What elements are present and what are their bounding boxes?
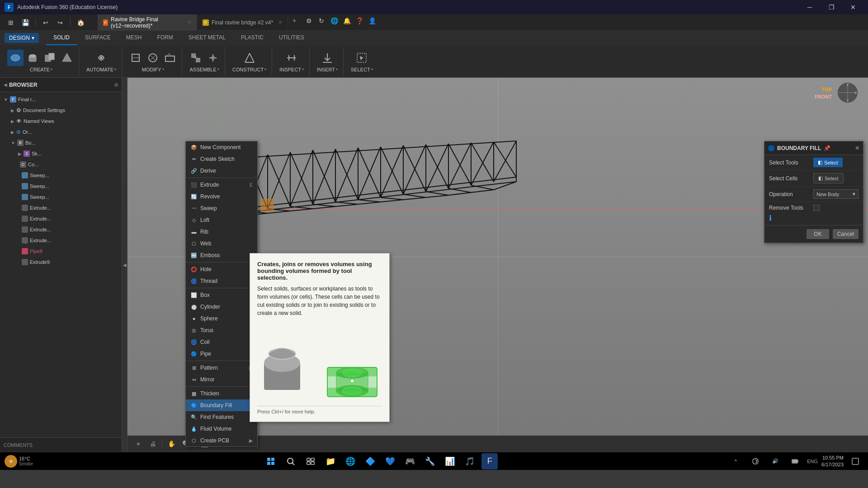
browser-item-extrude9[interactable]: Extrude9: [0, 257, 122, 267]
tab-form[interactable]: FORM: [150, 31, 180, 45]
file-tab-1[interactable]: F Ravine Bridge Final (v12~recovered)* ✕: [98, 14, 197, 31]
clock-display[interactable]: 10:55 PM 6/17/2023: [821, 455, 844, 468]
vp-print-btn[interactable]: 🖨: [146, 437, 159, 450]
collapse-handle[interactable]: ◀: [122, 78, 127, 452]
create-dropdown[interactable]: CREATE ▾: [28, 66, 54, 73]
new-tab-button[interactable]: +: [288, 14, 301, 27]
menu-find-features[interactable]: 🔍 Find Features: [186, 411, 257, 423]
toolbar-shape-1[interactable]: [7, 50, 24, 66]
browser-button[interactable]: 🌐: [328, 14, 340, 27]
menu-sphere[interactable]: ● Sphere: [186, 313, 257, 324]
bf-info-icon[interactable]: ℹ: [769, 214, 772, 222]
menu-rib[interactable]: ▬ Rib: [186, 226, 257, 238]
menu-emboss[interactable]: 🔤 Emboss: [186, 249, 257, 261]
toolbar-modify-3[interactable]: [162, 50, 178, 66]
toolbar-inspect-1[interactable]: [283, 50, 300, 66]
browser-item-extrude1[interactable]: Extrude...: [0, 202, 122, 213]
menu-box[interactable]: ⬜ Box: [186, 289, 257, 301]
refresh-button[interactable]: ↻: [315, 14, 328, 27]
profile-button[interactable]: 👤: [366, 14, 378, 27]
menu-thicken[interactable]: ▦ Thicken: [186, 388, 257, 399]
menu-cylinder[interactable]: ⬤ Cylinder: [186, 301, 257, 313]
bf-select-tools-button[interactable]: ◧ Select: [813, 158, 843, 167]
toolbar-construct-1[interactable]: [241, 50, 258, 66]
toolbar-assemble-1[interactable]: [188, 50, 204, 66]
browser-item-extrude2[interactable]: Extrude...: [0, 213, 122, 224]
construct-dropdown[interactable]: CONSTRUCT ▾: [231, 66, 268, 73]
menu-fluid-volume[interactable]: 💧 Fluid Volume: [186, 423, 257, 435]
browser-item-sketch[interactable]: ▶ S Sk...: [0, 148, 122, 159]
vp-target-btn[interactable]: ⌖: [132, 437, 145, 450]
minimize-button[interactable]: ─: [799, 0, 820, 14]
design-dropdown[interactable]: DESIGN ▾: [5, 33, 39, 43]
menu-create-pcb[interactable]: ⬡ Create PCB ▶: [186, 435, 257, 446]
toolbar-insert-1[interactable]: [319, 50, 335, 66]
restore-button[interactable]: ❐: [821, 0, 842, 14]
search-taskbar-button[interactable]: [283, 453, 299, 469]
modify-dropdown[interactable]: MODIFY ▾: [140, 66, 166, 73]
tab-utilities[interactable]: UTILITIES: [272, 31, 311, 45]
browser-item-sweep2[interactable]: Sweep...: [0, 181, 122, 192]
compass[interactable]: Z X Y: [836, 81, 859, 104]
undo-button[interactable]: ↩: [39, 16, 52, 29]
help-button[interactable]: ❓: [353, 14, 366, 27]
app2-button[interactable]: 🔧: [422, 453, 438, 469]
browser-expand-icon[interactable]: ⊞: [114, 82, 118, 87]
file-tab-close-2[interactable]: ✕: [278, 20, 282, 25]
file-tab-2[interactable]: F Final ravine bridge #2 v4* ✕: [197, 14, 288, 31]
menu-extrude[interactable]: ⬛ Extrude E: [186, 179, 257, 191]
bf-pin-button[interactable]: 📌: [824, 145, 830, 151]
tab-options-button[interactable]: ⚙: [302, 14, 315, 27]
select-dropdown[interactable]: SELECT ▾: [349, 66, 375, 73]
close-button[interactable]: ✕: [843, 0, 863, 14]
save-button[interactable]: 💾: [19, 16, 32, 29]
tray-up-arrow[interactable]: ^: [727, 453, 744, 469]
vp-pan-btn[interactable]: ✋: [165, 437, 178, 450]
menu-pattern[interactable]: ⊞ Pattern ▶: [186, 362, 257, 374]
tab-surface[interactable]: SURFACE: [78, 31, 118, 45]
browser-item-pipe8[interactable]: Pipe8: [0, 246, 122, 257]
edge-button[interactable]: 🔷: [362, 453, 378, 469]
file-explorer-button[interactable]: 📁: [322, 453, 339, 469]
tab-sheet-metal[interactable]: SHEET METAL: [181, 31, 233, 45]
tab-solid[interactable]: SOLID: [46, 31, 77, 45]
menu-torus[interactable]: ◎ Torus: [186, 324, 257, 336]
inspect-dropdown[interactable]: INSPECT ▾: [278, 66, 306, 73]
sound-icon[interactable]: 🔊: [767, 453, 783, 469]
chrome-button[interactable]: 🌐: [342, 453, 359, 469]
browser-item-sweep3[interactable]: Sweep...: [0, 192, 122, 202]
toolbar-shape-4[interactable]: [59, 50, 75, 66]
browser-item-origin[interactable]: ▶ ⊕ Or...: [0, 127, 122, 137]
viewport[interactable]: Z TOP FRONT Z X Y ⌖ 🖨 ✋ 🔍: [127, 78, 868, 452]
notification-button[interactable]: 🔔: [340, 14, 353, 27]
bf-cancel-button[interactable]: Cancel: [833, 229, 859, 239]
browser-item-sweep1[interactable]: Sweep...: [0, 170, 122, 181]
app4-button[interactable]: 🎵: [462, 453, 478, 469]
toolbar-assemble-2[interactable]: [205, 50, 221, 66]
fusion-taskbar-button[interactable]: F: [481, 453, 498, 469]
browser-item-root[interactable]: ▼ F Final r...: [0, 94, 122, 105]
insert-dropdown[interactable]: INSERT ▾: [315, 66, 340, 73]
taskview-button[interactable]: [302, 453, 319, 469]
grid-icon[interactable]: ⊞: [5, 16, 17, 29]
assemble-dropdown[interactable]: ASSEMBLE ▾: [188, 66, 221, 73]
bf-select-cells-button[interactable]: ◧ Select: [813, 173, 844, 183]
browser-item-namedviews[interactable]: ▶ 👁 Named Views: [0, 116, 122, 127]
browser-item-component[interactable]: C Co...: [0, 159, 122, 170]
bf-remove-tools-checkbox[interactable]: [813, 205, 820, 211]
automate-dropdown[interactable]: AUTOMATE ▾: [85, 66, 118, 73]
home-button[interactable]: 🏠: [74, 16, 87, 29]
menu-web[interactable]: ⬡ Web: [186, 238, 257, 249]
redo-button[interactable]: ↪: [54, 16, 66, 29]
file-tab-close-1[interactable]: ✕: [188, 20, 191, 25]
tab-mesh[interactable]: MESH: [119, 31, 149, 45]
toolbar-automate-btn[interactable]: [93, 50, 109, 66]
start-button[interactable]: [263, 453, 279, 469]
comments-section[interactable]: COMMENTS: [0, 437, 122, 452]
bf-ok-button[interactable]: OK: [807, 229, 829, 239]
bf-operation-dropdown[interactable]: New Body ▾: [813, 189, 859, 199]
battery-icon[interactable]: [787, 453, 803, 469]
menu-thread[interactable]: 🌀 Thread: [186, 275, 257, 287]
browser-item-bodies[interactable]: ▼ B Bo...: [0, 137, 122, 148]
toolbar-select-1[interactable]: [354, 50, 370, 66]
